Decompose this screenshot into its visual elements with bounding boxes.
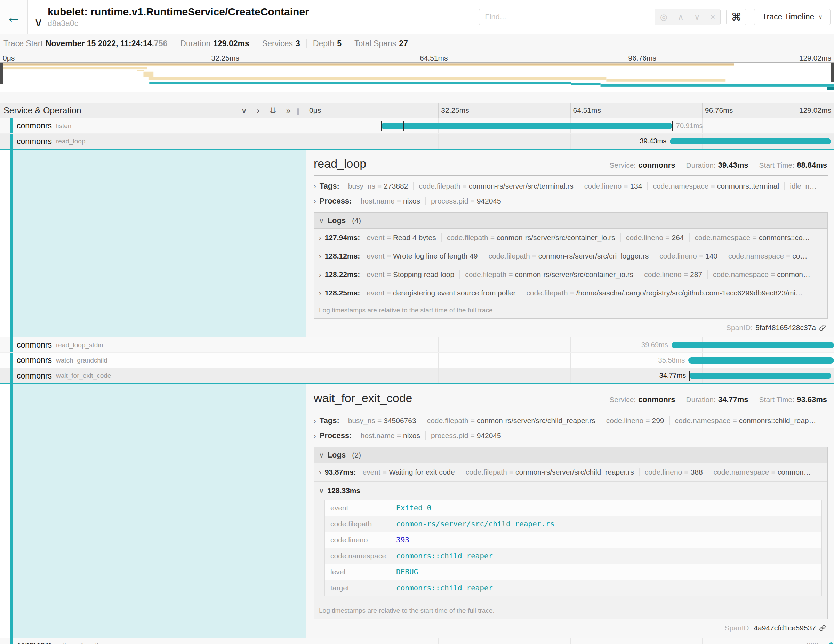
span-duration-bar[interactable] [688,357,834,364]
kv-key: code.filepath [419,182,460,190]
kv-value: nixos [403,197,420,205]
collapse-one-icon[interactable]: ∨ [241,106,247,115]
span-timeline-cell[interactable]: 35.58ms [306,353,834,368]
keyboard-shortcuts-button[interactable]: ⌘ [726,9,746,25]
log-field-list: event=Waiting for exit codecode.filepath… [357,468,816,476]
chevron-down-icon[interactable]: ∨ [319,217,324,225]
log-entry-row[interactable]: ›128.12ms:event=Wrote log line of length… [314,247,828,265]
chevron-right-icon[interactable]: › [319,289,322,297]
span-color-bar [10,638,13,644]
link-icon[interactable] [819,624,826,632]
locate-span-icon[interactable]: ◎ [660,12,668,22]
process-row[interactable]: ›Process:host.name=nixosprocess.pid=9420… [314,431,828,440]
next-result-icon[interactable]: ∨ [694,12,700,22]
minimap-scrubber-handle[interactable] [0,63,3,84]
trace-title: kubelet: runtime.v1.RuntimeService/Creat… [48,6,309,18]
chevron-right-icon[interactable]: › [314,417,316,425]
log-field: event=Read 4 bytes [361,233,441,242]
span-timeline-cell[interactable]: 70.91ms [306,118,834,133]
log-field: code.filepath=/home/sascha/.cargo/regist… [520,289,808,297]
span-color-bar [10,118,13,133]
tags-row[interactable]: ›Tags:busy_ns=273882code.filepath=conmon… [314,181,828,191]
kv-equals: = [395,197,403,205]
tag-pill: code.filepath=conmon-rs/server/src/child… [422,416,601,425]
kv-key: code.filepath [465,270,506,278]
span-duration-bar[interactable] [381,123,672,129]
log-field-row: levelDEBUG [325,564,821,580]
span-timeline-cell[interactable]: 39.69ms [306,338,834,353]
kv-equals: = [682,468,690,476]
kv-value: 140 [705,252,718,260]
meta-label: Duration: [686,396,716,404]
title-block: kubelet: runtime.v1.RuntimeService/Creat… [48,6,309,28]
chevron-down-icon[interactable]: ∨ [319,451,324,459]
chevron-right-icon[interactable]: › [319,468,322,476]
chevron-down-icon[interactable]: ∨ [319,486,324,495]
link-icon[interactable] [819,324,826,332]
span-name-cell[interactable]: conmonrswatch_grandchild [0,353,306,368]
span-duration-bar[interactable] [829,642,833,644]
chevron-right-icon[interactable]: › [319,271,322,279]
span-name-cell[interactable]: conmonrswrite_exit_path [0,638,306,644]
kv-equals: = [507,468,516,476]
span-row[interactable]: conmonrswait_for_exit_code34.77ms [0,368,834,383]
span-row[interactable]: conmonrsread_loop_stdin39.69ms [0,338,834,353]
tag-pill-list: busy_ns=273882code.filepath=conmon-rs/se… [343,182,822,190]
detail-meta-item: Service:conmonrs [604,161,680,170]
chevron-right-icon[interactable]: › [319,252,322,260]
span-row[interactable]: conmonrslisten70.91ms [0,118,834,134]
span-timeline-cell[interactable]: 34.77ms [306,368,834,383]
log-entry-row[interactable]: ›128.25ms:event=deregistering event sour… [314,284,828,303]
minimap-scrubber-handle[interactable] [831,63,834,82]
span-name-cell[interactable]: conmonrsread_loop_stdin [0,338,306,353]
chevron-right-icon[interactable]: › [319,234,322,242]
span-row[interactable]: conmonrswatch_grandchild35.58ms [0,353,834,368]
span-row[interactable]: conmonrsread_loop39.43ms [0,134,834,149]
span-duration-bar[interactable] [689,373,831,379]
kv-key: event [363,468,380,476]
logs-section-header[interactable]: ∨Logs(2) [314,447,828,463]
log-entry-row[interactable]: ›128.22ms:event=Stopping read loopcode.f… [314,265,828,284]
expanded-log-header[interactable]: ∨128.33ms [314,482,828,498]
expand-one-icon[interactable]: › [257,106,260,115]
chevron-right-icon[interactable]: › [314,182,316,190]
clear-search-icon[interactable]: × [711,12,715,22]
kv-equals: = [568,289,576,297]
span-name-cell[interactable]: conmonrsread_loop [0,134,306,149]
chevron-right-icon[interactable]: › [314,197,316,205]
find-input[interactable] [479,9,655,25]
prev-result-icon[interactable]: ∧ [677,12,684,22]
log-entry-row[interactable]: ›127.94ms:event=Read 4 bytescode.filepat… [314,228,828,247]
span-duration-bar[interactable] [670,138,831,144]
kv-key: code.namespace [653,182,708,190]
span-row[interactable]: conmonrswrite_exit_path303μs [0,638,834,644]
kv-key: code.filepath [427,416,469,424]
log-entry-row[interactable]: ›93.87ms:event=Waiting for exit codecode… [314,463,828,482]
span-id-value: 4a947cfd1ce59537 [754,624,816,632]
back-button[interactable]: ← [0,0,28,34]
span-name-cell[interactable]: conmonrslisten [0,118,306,133]
kv-equals: = [682,270,690,278]
trace-minimap[interactable] [0,62,834,92]
column-resizer[interactable]: ∥ [296,107,300,115]
process-row[interactable]: ›Process:host.name=nixosprocess.pid=9420… [314,197,828,205]
time-tick-label: 129.02ms [799,54,831,62]
view-selector-button[interactable]: Trace Timeline ∨ [754,9,831,25]
span-color-bar [10,368,13,383]
span-duration-bar[interactable] [672,342,834,348]
span-id-row: SpanID:4a947cfd1ce59537 [314,619,828,634]
tags-row[interactable]: ›Tags:busy_ns=34506763code.filepath=conm… [314,416,828,425]
log-field-row: code.namespaceconmonrs::child_reaper [325,548,821,564]
span-duration-label: 39.43ms [640,137,667,145]
process-pill: process.pid=942045 [425,431,506,440]
span-timeline-cell[interactable]: 303μs [306,638,834,644]
span-name-cell[interactable]: conmonrswait_for_exit_code [0,368,306,383]
chevron-right-icon[interactable]: › [314,432,316,440]
expand-all-icon[interactable]: » [286,106,291,115]
chevron-down-icon: ∨ [34,16,43,29]
logs-section-header[interactable]: ∨Logs(4) [314,213,828,228]
span-timeline-cell[interactable]: 39.43ms [306,134,834,149]
collapse-all-icon[interactable]: ⇊ [270,106,276,115]
span-detail-section: read_loopService:conmonrsDuration:39.43m… [0,150,834,338]
find-toolbar: ◎∧∨× [655,9,721,25]
